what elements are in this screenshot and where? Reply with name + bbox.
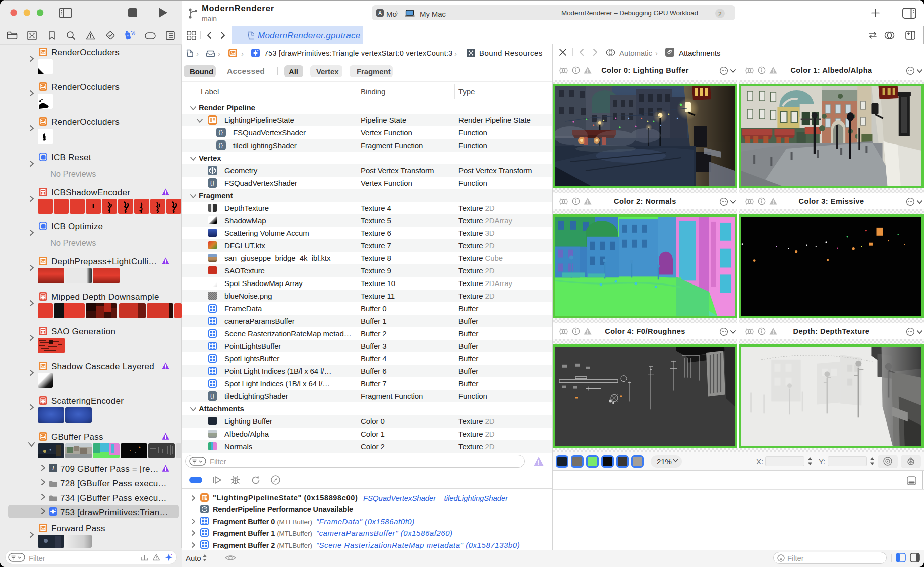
svg-text:{}: {} bbox=[219, 142, 224, 148]
svg-text:{}: {} bbox=[219, 129, 224, 135]
svg-text:{}: {} bbox=[210, 393, 215, 399]
svg-text:A: A bbox=[378, 10, 382, 16]
svg-text:{}: {} bbox=[210, 180, 215, 186]
